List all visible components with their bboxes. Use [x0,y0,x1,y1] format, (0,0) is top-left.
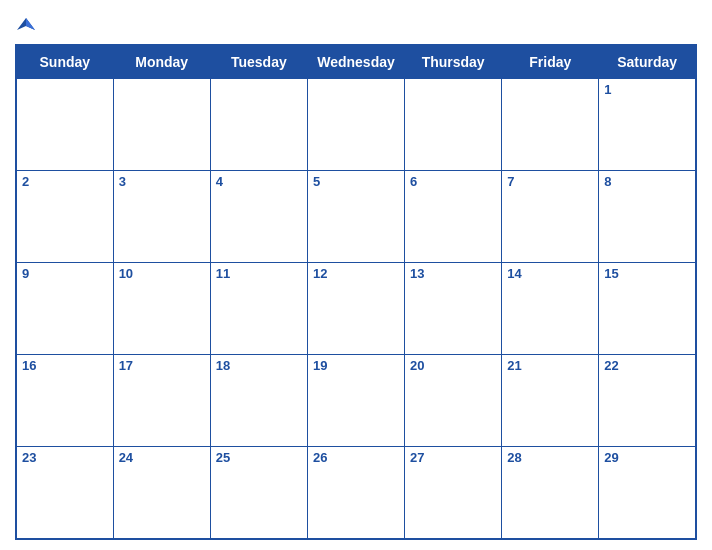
day-number: 8 [604,174,690,189]
calendar-cell: 16 [16,355,113,447]
day-number: 2 [22,174,108,189]
day-number: 5 [313,174,399,189]
calendar-cell: 7 [502,171,599,263]
calendar-cell: 18 [210,355,307,447]
day-number: 3 [119,174,205,189]
calendar-week-5: 23242526272829 [16,447,696,539]
day-number: 25 [216,450,302,465]
day-number: 4 [216,174,302,189]
calendar-week-2: 2345678 [16,171,696,263]
calendar-cell: 28 [502,447,599,539]
day-number: 24 [119,450,205,465]
day-number: 21 [507,358,593,373]
calendar-cell: 23 [16,447,113,539]
calendar-cell [16,79,113,171]
day-number: 26 [313,450,399,465]
day-number: 29 [604,450,690,465]
day-number: 11 [216,266,302,281]
calendar-cell: 3 [113,171,210,263]
calendar-cell: 2 [16,171,113,263]
calendar-header [15,10,697,38]
calendar-cell: 9 [16,263,113,355]
calendar-cell: 21 [502,355,599,447]
calendar-cell: 15 [599,263,696,355]
day-number: 14 [507,266,593,281]
calendar-table: SundayMondayTuesdayWednesdayThursdayFrid… [15,44,697,540]
calendar-cell: 20 [405,355,502,447]
calendar-cell: 27 [405,447,502,539]
day-number: 28 [507,450,593,465]
day-number: 27 [410,450,496,465]
calendar-cell: 17 [113,355,210,447]
calendar-week-3: 9101112131415 [16,263,696,355]
calendar-header-row: SundayMondayTuesdayWednesdayThursdayFrid… [16,45,696,79]
calendar-cell: 19 [307,355,404,447]
day-number: 9 [22,266,108,281]
day-number: 16 [22,358,108,373]
calendar-cell: 25 [210,447,307,539]
day-number: 10 [119,266,205,281]
day-number: 17 [119,358,205,373]
day-number: 6 [410,174,496,189]
calendar-cell: 1 [599,79,696,171]
day-number: 23 [22,450,108,465]
calendar-cell: 6 [405,171,502,263]
day-number: 13 [410,266,496,281]
calendar-body: 1234567891011121314151617181920212223242… [16,79,696,540]
day-number: 1 [604,82,690,97]
calendar-cell [307,79,404,171]
day-number: 12 [313,266,399,281]
calendar-cell [113,79,210,171]
calendar-cell: 14 [502,263,599,355]
day-header-sunday: Sunday [16,45,113,79]
day-header-monday: Monday [113,45,210,79]
calendar-cell: 22 [599,355,696,447]
logo-blue-area [15,16,39,34]
calendar-cell: 10 [113,263,210,355]
day-header-friday: Friday [502,45,599,79]
calendar-cell [210,79,307,171]
calendar-cell [405,79,502,171]
calendar-cell: 13 [405,263,502,355]
svg-marker-1 [26,18,35,30]
day-number: 15 [604,266,690,281]
calendar-cell: 4 [210,171,307,263]
day-number: 22 [604,358,690,373]
logo-area [15,16,95,34]
calendar-cell: 8 [599,171,696,263]
calendar-week-4: 16171819202122 [16,355,696,447]
calendar-cell: 24 [113,447,210,539]
calendar-cell: 11 [210,263,307,355]
day-number: 7 [507,174,593,189]
day-header-tuesday: Tuesday [210,45,307,79]
calendar-cell: 29 [599,447,696,539]
calendar-cell [502,79,599,171]
calendar-week-1: 1 [16,79,696,171]
day-number: 19 [313,358,399,373]
logo-bird-icon [15,16,37,34]
day-header-wednesday: Wednesday [307,45,404,79]
day-number: 18 [216,358,302,373]
day-header-saturday: Saturday [599,45,696,79]
calendar-cell: 12 [307,263,404,355]
day-number: 20 [410,358,496,373]
day-header-thursday: Thursday [405,45,502,79]
calendar-cell: 5 [307,171,404,263]
calendar-cell: 26 [307,447,404,539]
